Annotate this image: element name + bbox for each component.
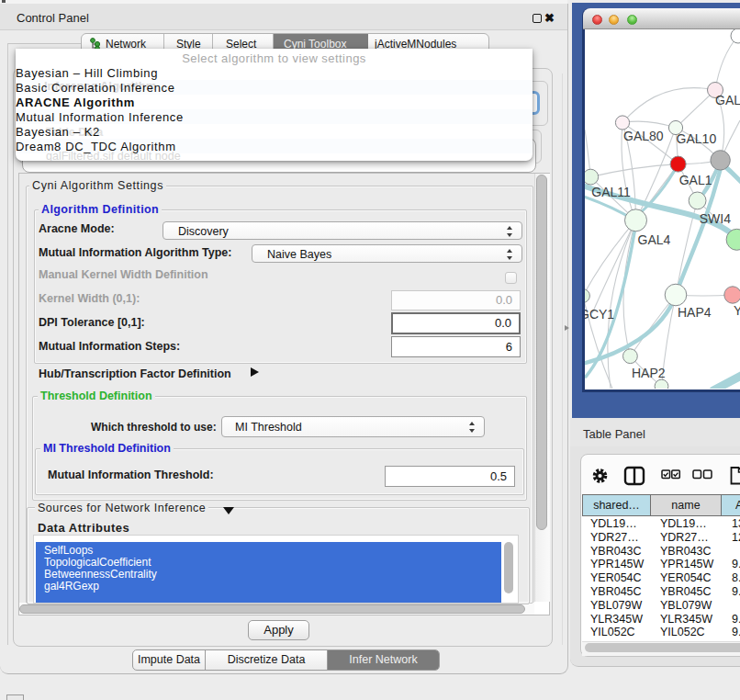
svg-text:GAL11: GAL11 — [591, 185, 631, 199]
svg-text:GCY1: GCY1 — [585, 307, 614, 322]
svg-text:HAP4: HAP4 — [678, 305, 712, 320]
svg-text:SWI4: SWI4 — [700, 211, 731, 226]
svg-text:GAL2: GAL2 — [715, 93, 740, 107]
svg-text:GAL1: GAL1 — [679, 173, 712, 187]
svg-text:HAP2: HAP2 — [632, 366, 666, 380]
svg-text:GAL10: GAL10 — [677, 131, 717, 146]
svg-text:YM: YM — [734, 303, 740, 318]
svg-text:GAL80: GAL80 — [623, 129, 664, 143]
svg-text:GAL4: GAL4 — [638, 232, 671, 247]
